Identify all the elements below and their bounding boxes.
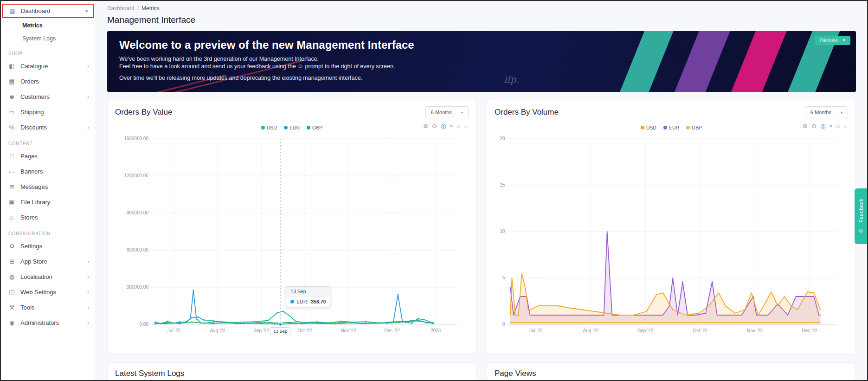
welcome-banner: ifp. Welcome to a preview of the new Man…	[107, 31, 856, 92]
svg-text:15: 15	[500, 182, 505, 187]
sidebar-subitem-system-logs[interactable]: System Logs	[1, 32, 96, 45]
svg-text:20: 20	[500, 136, 505, 141]
dashboard-icon: ▦	[8, 7, 17, 14]
page-views-title: Page Views	[495, 369, 848, 378]
breadcrumb-root[interactable]: Dashboard	[107, 5, 135, 12]
pan-icon[interactable]: ⌖	[829, 123, 832, 129]
legend-eur[interactable]: EUR	[663, 125, 679, 130]
legend-usd[interactable]: USD	[261, 125, 277, 130]
zoom-in-icon[interactable]: ⊕	[803, 123, 808, 129]
sidebar-section-configuration: CONFIGURATION	[1, 225, 96, 239]
dismiss-button[interactable]: Dismiss ×	[815, 36, 850, 45]
tooltip-value: EUR: 356.70	[296, 299, 326, 304]
sidebar-item-banners[interactable]: ▭Banners	[1, 164, 96, 179]
sidebar-item-app-store[interactable]: ⊞App Store›	[1, 254, 96, 269]
sidebar-item-settings[interactable]: ⚙Settings	[1, 239, 96, 254]
web-settings-icon: ◫	[7, 289, 16, 296]
orders-by-volume-range-select[interactable]: 6 Months ▾	[805, 106, 848, 118]
tooltip-date: 13 Sep	[286, 287, 330, 297]
sidebar-section-content: CONTENT	[1, 135, 96, 149]
breadcrumb: Dashboard/Metrics	[107, 5, 856, 12]
zoom-out-icon[interactable]: ⊖	[811, 123, 817, 129]
orders-by-volume-chart[interactable]: Jul '22Aug '22Sep '22Oct '22Nov '22Dec '…	[495, 134, 848, 338]
orders-by-volume-title: Orders By Volume	[495, 108, 559, 117]
chevron-right-icon: ›	[84, 289, 89, 296]
chevron-right-icon: ›	[84, 320, 89, 326]
svg-text:Nov '22: Nov '22	[341, 328, 356, 333]
svg-text:1500000.00: 1500000.00	[124, 136, 148, 141]
svg-text:300000.00: 300000.00	[127, 284, 149, 290]
shipping-icon: ⇨	[7, 109, 16, 116]
sidebar-item-shipping[interactable]: ⇨Shipping	[1, 104, 96, 120]
stores-icon: ⌂	[7, 214, 16, 221]
zoom-out-icon[interactable]: ⊖	[432, 123, 437, 129]
banners-icon: ▭	[7, 168, 16, 175]
main-content: Dashboard/Metrics Management Interface i…	[96, 1, 867, 380]
sidebar-item-localisation[interactable]: ◍Localisation›	[1, 269, 96, 284]
orders-by-value-title: Orders By Value	[115, 108, 172, 117]
banner-title: Welcome to a preview of the new Manageme…	[119, 39, 844, 52]
legend-gbp[interactable]: GBP	[686, 125, 702, 130]
messages-icon: ✉	[7, 183, 16, 190]
latest-system-logs-title: Latest System Logs	[115, 369, 469, 378]
legend-dot-icon	[663, 126, 667, 129]
svg-text:0: 0	[502, 322, 505, 327]
pan-icon[interactable]: ⌖	[450, 123, 453, 129]
breadcrumb-current[interactable]: Metrics	[141, 5, 160, 12]
home-icon[interactable]: ⌂	[457, 123, 461, 129]
sidebar-item-pages[interactable]: □Pages	[1, 149, 96, 164]
sidebar-item-web-settings[interactable]: ◫Web Settings›	[1, 284, 96, 300]
chart-toolbar: ⊕⊖◎⌖⌂≡	[803, 123, 847, 129]
feedback-tab[interactable]: Feedback ☺	[855, 188, 867, 244]
legend-usd[interactable]: USD	[641, 125, 656, 130]
latest-system-logs-card: Latest System Logs	[107, 362, 476, 380]
menu-icon[interactable]: ≡	[464, 123, 468, 129]
legend-dot-icon	[307, 126, 310, 129]
legend-dot-icon	[284, 126, 288, 129]
sidebar-item-administrators[interactable]: ◉Administrators›	[1, 315, 96, 330]
dismiss-label: Dismiss	[820, 38, 838, 43]
sidebar-item-catalogue[interactable]: ◧Catalogue›	[1, 58, 96, 74]
selected-xtick-label: 13 Sep	[270, 327, 290, 335]
feedback-tab-label: Feedback	[858, 199, 864, 223]
sidebar-item-messages[interactable]: ✉Messages	[1, 179, 96, 194]
chart-tooltip: 13 SepEUR: 356.70	[286, 286, 330, 307]
zoom-in-icon[interactable]: ⊕	[423, 123, 428, 129]
legend-dot-icon	[261, 126, 265, 129]
sidebar-item-stores[interactable]: ⌂Stores	[1, 210, 96, 225]
home-icon[interactable]: ⌂	[836, 123, 840, 129]
tooltip-series-dot-icon	[290, 300, 294, 304]
sidebar-item-dashboard[interactable]: ▦Dashboard▾	[3, 5, 93, 17]
sidebar-item-tools[interactable]: ⚒Tools›	[1, 300, 96, 315]
catalogue-icon: ◧	[7, 63, 16, 70]
sidebar-subitem-metrics[interactable]: Metrics	[1, 19, 96, 32]
chevron-right-icon: ›	[84, 124, 89, 131]
page-views-card: Page Views	[487, 362, 856, 380]
orders-by-value-chart[interactable]: Jul '22Aug '22Sep '22Oct '22Nov '22Dec '…	[115, 134, 469, 338]
svg-text:Aug '22: Aug '22	[583, 328, 598, 333]
svg-text:Sep '22: Sep '22	[253, 328, 269, 333]
sidebar-item-customers[interactable]: ☻Customers›	[1, 89, 96, 104]
sidebar-item-orders[interactable]: ▤Orders	[1, 74, 96, 89]
sidebar-item-file-library[interactable]: ▣File Library	[1, 194, 96, 210]
app-window: ▦Dashboard▾MetricsSystem LogsSHOP◧Catalo…	[0, 0, 868, 381]
customers-icon: ☻	[7, 93, 16, 100]
sidebar-item-discounts[interactable]: %Discounts›	[1, 120, 96, 135]
svg-text:2023: 2023	[431, 328, 441, 333]
orders-by-value-range-select[interactable]: 6 Months ▾	[425, 106, 469, 118]
legend-dot-icon	[641, 126, 644, 129]
menu-icon[interactable]: ≡	[843, 123, 847, 129]
close-icon[interactable]: ×	[842, 38, 846, 43]
svg-text:Dec '22: Dec '22	[802, 328, 817, 333]
chevron-right-icon: ›	[84, 94, 89, 100]
smiley-icon: ☺	[858, 227, 864, 234]
legend-gbp[interactable]: GBP	[307, 125, 322, 130]
discounts-icon: %	[7, 124, 16, 131]
svg-text:Oct '22: Oct '22	[693, 328, 707, 333]
zoom-select-icon[interactable]: ◎	[441, 123, 446, 129]
sidebar-section-shop: SHOP	[1, 45, 96, 58]
zoom-select-icon[interactable]: ◎	[820, 123, 825, 129]
tools-icon: ⚒	[7, 304, 16, 311]
svg-text:Dec '22: Dec '22	[384, 328, 400, 333]
legend-eur[interactable]: EUR	[284, 125, 300, 130]
